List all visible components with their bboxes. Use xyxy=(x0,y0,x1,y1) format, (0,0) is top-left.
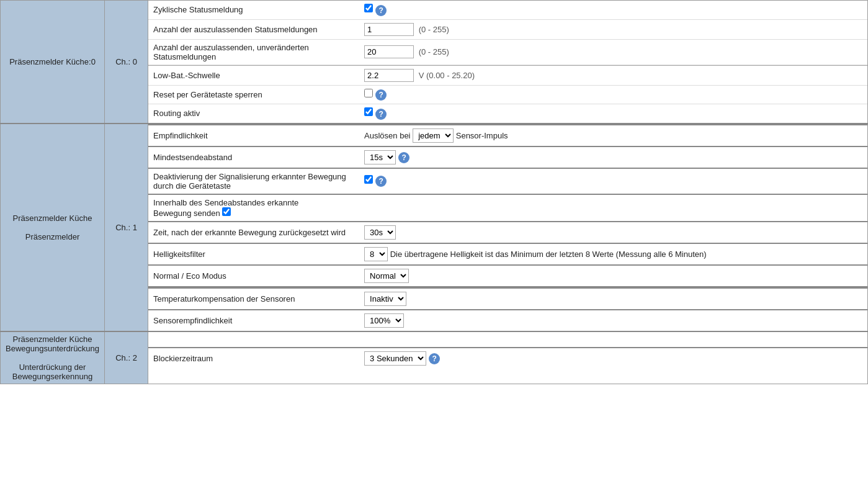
setting-value: ? xyxy=(359,1,867,19)
range-label: (0 - 255) xyxy=(416,25,449,34)
setting-row: Routing aktiv? xyxy=(148,104,867,123)
outer-row: Präsenzmelder KüchePräsenzmelderCh.: 1Em… xyxy=(1,124,868,331)
select-input[interactable]: 15s xyxy=(364,150,396,164)
device-label-line: Präsenzmelder xyxy=(25,232,79,241)
help-icon[interactable]: ? xyxy=(398,152,409,163)
setting-value: 30s xyxy=(359,222,867,243)
checkbox-input[interactable] xyxy=(364,107,373,116)
setting-label: Temperaturkompensation der Sensoren xyxy=(148,288,359,310)
setting-value: (0 - 255) xyxy=(359,19,867,39)
inner-settings-table: Blockierzeitraum3 Sekunden? xyxy=(148,347,867,369)
setting-row: Helligkeitsfilter8 Die übertragene Helli… xyxy=(148,243,867,265)
setting-row: Blockierzeitraum3 Sekunden? xyxy=(148,348,867,369)
device-label-line: Präsenzmelder Küche:0 xyxy=(9,57,96,66)
setting-row: Normal / Eco ModusNormal xyxy=(148,265,867,287)
settings-cell: EmpfindlichkeitAuslösen bei jedem Sensor… xyxy=(148,124,868,331)
text-input[interactable] xyxy=(364,23,414,36)
setting-row: Reset per Gerätetaste sperren? xyxy=(148,85,867,104)
inner-settings-table: EmpfindlichkeitAuslösen bei jedem Sensor… xyxy=(148,124,867,331)
setting-value: (0 - 255) xyxy=(359,39,867,65)
select-input[interactable]: Inaktiv xyxy=(364,292,406,306)
label-line1: Innerhalb des Sendeabstandes erkannte xyxy=(153,198,354,207)
setting-value xyxy=(359,194,867,222)
select-description: Die übertragene Helligkeit ist das Minim… xyxy=(388,250,707,259)
setting-value: V (0.00 - 25.20) xyxy=(359,65,867,85)
setting-value: 15s? xyxy=(359,146,867,168)
select-prefix: Auslösen bei xyxy=(364,131,413,140)
label-line2-wrap: Bewegung senden xyxy=(153,207,354,218)
setting-label: Anzahl der auszulassenden, unveränderten… xyxy=(148,39,359,65)
help-icon[interactable]: ? xyxy=(375,109,387,120)
device-label-line: Unterdrückung der Bewegungserkennung xyxy=(12,362,92,381)
range-label: V (0.00 - 25.20) xyxy=(416,71,475,80)
setting-label: Anzahl der auszulassenden Statusmeldunge… xyxy=(148,19,359,39)
setting-label: Mindestsendeabstand xyxy=(148,146,359,168)
setting-value: ? xyxy=(359,168,867,194)
help-icon[interactable]: ? xyxy=(429,353,440,364)
checkbox-input[interactable] xyxy=(364,175,373,184)
setting-label: Helligkeitsfilter xyxy=(148,243,359,265)
setting-label: Normal / Eco Modus xyxy=(148,265,359,287)
setting-value: ? xyxy=(359,85,867,104)
channel-label: Ch.: 0 xyxy=(105,1,148,124)
setting-value: 8 Die übertragene Helligkeit ist das Min… xyxy=(359,243,867,265)
setting-label: Empfindlichkeit xyxy=(148,125,359,146)
range-label: (0 - 255) xyxy=(416,47,449,56)
setting-label: Zyklische Statusmeldung xyxy=(148,1,359,19)
checkbox-input[interactable] xyxy=(222,207,231,216)
setting-row: Deaktivierung der Signalisierung erkannt… xyxy=(148,168,867,194)
checkbox-input[interactable] xyxy=(364,4,373,12)
outer-row: Präsenzmelder Küche:0Ch.: 0Zyklische Sta… xyxy=(1,1,868,124)
help-icon[interactable]: ? xyxy=(375,176,387,187)
setting-label: Blockierzeitraum xyxy=(148,348,359,369)
device-label: Präsenzmelder Küche:0 xyxy=(1,1,105,124)
main-table: Präsenzmelder Küche:0Ch.: 0Zyklische Sta… xyxy=(0,0,868,384)
select-input[interactable]: Normal xyxy=(364,269,409,283)
text-input[interactable] xyxy=(364,45,414,58)
select-input[interactable]: 8 xyxy=(364,247,388,261)
select-input[interactable]: 3 Sekunden xyxy=(364,351,426,366)
help-icon[interactable]: ? xyxy=(375,5,387,16)
setting-label: Deaktivierung der Signalisierung erkannt… xyxy=(148,168,359,194)
help-icon[interactable]: ? xyxy=(375,89,387,101)
channel-label: Ch.: 2 xyxy=(105,331,148,384)
setting-row: Sensorempfindlichkeit100% xyxy=(148,310,867,331)
text-input[interactable] xyxy=(364,69,414,82)
select-suffix: Sensor-Impuls xyxy=(454,131,508,140)
select-input[interactable]: jedem xyxy=(413,128,454,143)
setting-label: Innerhalb des Sendeabstandes erkannteBew… xyxy=(148,194,359,222)
device-label: Präsenzmelder KüchePräsenzmelder xyxy=(1,124,105,331)
label-line2: Bewegung senden xyxy=(153,209,222,218)
setting-row: Temperaturkompensation der SensorenInakt… xyxy=(148,288,867,310)
inner-settings-table: Zyklische Statusmeldung?Anzahl der auszu… xyxy=(148,1,867,123)
setting-row: Anzahl der auszulassenden, unveränderten… xyxy=(148,39,867,65)
setting-value: ? xyxy=(359,104,867,123)
setting-label: Sensorempfindlichkeit xyxy=(148,310,359,331)
setting-label: Low-Bat.-Schwelle xyxy=(148,65,359,85)
device-label-line: Präsenzmelder Küche xyxy=(13,214,92,223)
setting-value: Inaktiv xyxy=(359,288,867,310)
setting-row: Zyklische Statusmeldung? xyxy=(148,1,867,19)
settings-cell: Zyklische Statusmeldung?Anzahl der auszu… xyxy=(148,1,868,124)
setting-value: 3 Sekunden? xyxy=(359,348,867,369)
setting-value: 100% xyxy=(359,310,867,331)
outer-row: Präsenzmelder Küche Bewegungsunterdrücku… xyxy=(1,331,868,384)
setting-row: Zeit, nach der erkannte Bewegung zurückg… xyxy=(148,222,867,243)
device-label: Präsenzmelder Küche Bewegungsunterdrücku… xyxy=(1,331,105,384)
device-label-line: Präsenzmelder Küche Bewegungsunterdrücku… xyxy=(6,335,99,353)
setting-row: Mindestsendeabstand15s? xyxy=(148,146,867,168)
select-input[interactable]: 100% xyxy=(364,313,404,328)
settings-cell: Blockierzeitraum3 Sekunden? xyxy=(148,331,868,384)
setting-row: Low-Bat.-Schwelle V (0.00 - 25.20) xyxy=(148,65,867,85)
setting-row: Anzahl der auszulassenden Statusmeldunge… xyxy=(148,19,867,39)
setting-value: Auslösen bei jedem Sensor-Impuls xyxy=(359,125,867,146)
select-input[interactable]: 30s xyxy=(364,225,396,240)
setting-label: Zeit, nach der erkannte Bewegung zurückg… xyxy=(148,222,359,243)
channel-label: Ch.: 1 xyxy=(105,124,148,331)
setting-label: Routing aktiv xyxy=(148,104,359,123)
setting-row: Innerhalb des Sendeabstandes erkannteBew… xyxy=(148,194,867,222)
setting-value: Normal xyxy=(359,265,867,287)
setting-label: Reset per Gerätetaste sperren xyxy=(148,85,359,104)
setting-row: EmpfindlichkeitAuslösen bei jedem Sensor… xyxy=(148,125,867,146)
checkbox-input[interactable] xyxy=(364,89,373,97)
